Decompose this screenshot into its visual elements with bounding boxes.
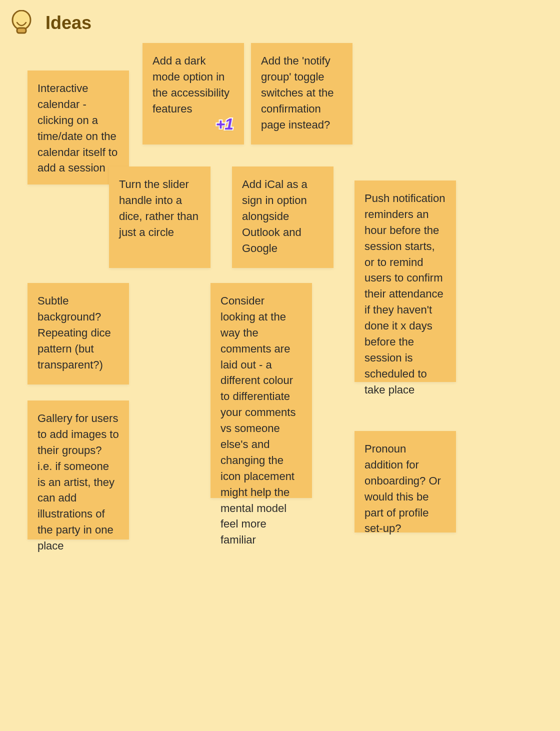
sticky-note-gallery[interactable]: Gallery for users to add images to their… xyxy=(28,400,129,540)
sticky-text: Consider looking at the way the comments… xyxy=(220,293,302,548)
sticky-text: Subtle background? Repeating dice patter… xyxy=(38,293,119,372)
sticky-note-notify-group[interactable]: Add the 'notify group' toggle switches a… xyxy=(251,43,352,144)
sticky-text: Add a dark mode option in the accessibil… xyxy=(152,53,234,117)
sticky-note-ical[interactable]: Add iCal as a sign in option alongside O… xyxy=(232,166,334,268)
svg-rect-1 xyxy=(17,28,26,33)
svg-point-0 xyxy=(12,10,30,30)
sticky-note-push-notification[interactable]: Push notification reminders an hour befo… xyxy=(354,180,456,382)
sticky-note-dark-mode[interactable]: Add a dark mode option in the accessibil… xyxy=(142,43,244,144)
sticky-note-subtle-bg[interactable]: Subtle background? Repeating dice patter… xyxy=(28,283,129,384)
sticky-note-comments-layout[interactable]: Consider looking at the way the comments… xyxy=(210,283,312,498)
sticky-note-slider-dice[interactable]: Turn the slider handle into a dice, rath… xyxy=(109,166,210,268)
sticky-text: Add iCal as a sign in option alongside O… xyxy=(242,176,324,256)
sticky-text: Push notification reminders an hour befo… xyxy=(364,190,446,398)
lightbulb-icon xyxy=(10,10,33,36)
sticky-text: Turn the slider handle into a dice, rath… xyxy=(119,176,200,240)
plus-one-badge: +1 xyxy=(216,112,233,136)
sticky-text: Pronoun addition for onboarding? Or woul… xyxy=(364,441,446,536)
sticky-text: Add the 'notify group' toggle switches a… xyxy=(261,53,342,132)
sticky-text: Interactive calendar - clicking on a tim… xyxy=(38,80,119,176)
board-header: Ideas xyxy=(10,10,92,36)
page-title: Ideas xyxy=(46,12,92,34)
sticky-text: Gallery for users to add images to their… xyxy=(38,410,119,554)
sticky-note-pronoun[interactable]: Pronoun addition for onboarding? Or woul… xyxy=(354,431,456,532)
